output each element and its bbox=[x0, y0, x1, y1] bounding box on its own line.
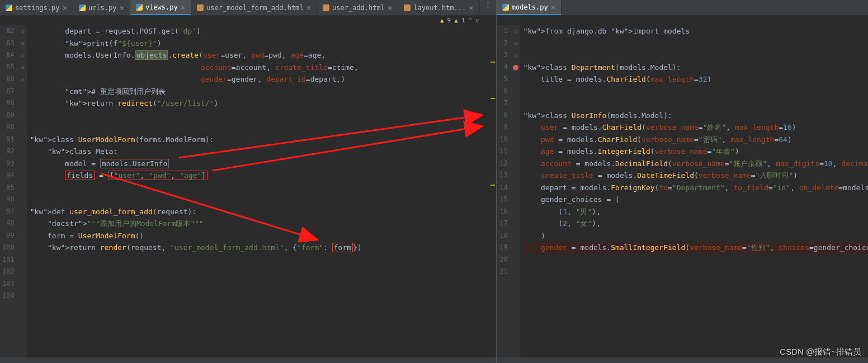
python-icon bbox=[136, 4, 143, 11]
html-icon bbox=[197, 4, 204, 11]
collapse-icon[interactable]: ^ bbox=[468, 17, 472, 24]
python-icon bbox=[6, 4, 12, 11]
left-scrollbar-h[interactable] bbox=[0, 357, 496, 363]
expand-icon[interactable]: v bbox=[475, 17, 479, 24]
python-icon bbox=[502, 4, 509, 11]
tab-settings-py[interactable]: settings.py× bbox=[0, 0, 73, 15]
html-icon bbox=[404, 4, 411, 11]
close-icon[interactable]: × bbox=[306, 3, 311, 12]
warning-icon[interactable]: ▲ bbox=[454, 17, 458, 24]
tab-overflow-icon[interactable]: ⋮ bbox=[480, 0, 496, 15]
html-icon bbox=[323, 4, 329, 11]
right-editor-pane: models.py× ⋮ ▲1 ^ v 12345678910111213141… bbox=[497, 0, 868, 363]
close-icon[interactable]: × bbox=[120, 3, 124, 12]
right-editor[interactable]: 123456789101112131415161718192021 ⊖⊖⊖ "k… bbox=[497, 25, 868, 357]
right-tabs: models.py× ⋮ bbox=[497, 0, 868, 16]
left-editor[interactable]: 8283848586878889909192939495969798991001… bbox=[0, 25, 496, 357]
tab-urls-py[interactable]: urls.py× bbox=[73, 0, 130, 15]
close-icon[interactable]: × bbox=[388, 3, 392, 12]
right-code-area[interactable]: "kw">from django.db "kw">import models"k… bbox=[520, 25, 868, 357]
close-icon[interactable]: × bbox=[62, 3, 67, 12]
tab-layout-html[interactable]: layout.htm...× bbox=[398, 0, 479, 15]
close-icon[interactable]: × bbox=[469, 3, 473, 12]
right-status-bar: ▲1 ^ v bbox=[497, 16, 868, 25]
left-gutter: 8283848586878889909192939495969798991001… bbox=[0, 25, 27, 357]
tab-user-add-html[interactable]: user_add.html× bbox=[317, 0, 398, 15]
error-icon[interactable]: ▲ bbox=[440, 17, 444, 24]
tab-user-model-form-add-html[interactable]: user_model_form_add.html× bbox=[191, 0, 317, 15]
left-tabs: settings.py× urls.py× views.py× user_mod… bbox=[0, 0, 496, 16]
tab-views-py[interactable]: views.py× bbox=[130, 0, 191, 15]
left-editor-pane: settings.py× urls.py× views.py× user_mod… bbox=[0, 0, 497, 363]
watermark: CSDN @报错~排错员 bbox=[780, 347, 861, 357]
left-status-bar: ▲9 ▲1 ^ v bbox=[0, 16, 496, 25]
right-gutter: 123456789101112131415161718192021 ⊖⊖⊖ bbox=[497, 25, 520, 357]
left-code-area[interactable]: depart = request.POST.get('dp') "kw">pri… bbox=[27, 25, 496, 357]
close-icon[interactable]: × bbox=[181, 3, 185, 12]
tab-models-py[interactable]: models.py× bbox=[497, 0, 562, 15]
close-icon[interactable]: × bbox=[551, 3, 555, 12]
left-marker-bar[interactable] bbox=[489, 25, 496, 357]
python-icon bbox=[79, 4, 86, 11]
right-scrollbar-h[interactable] bbox=[497, 357, 868, 363]
